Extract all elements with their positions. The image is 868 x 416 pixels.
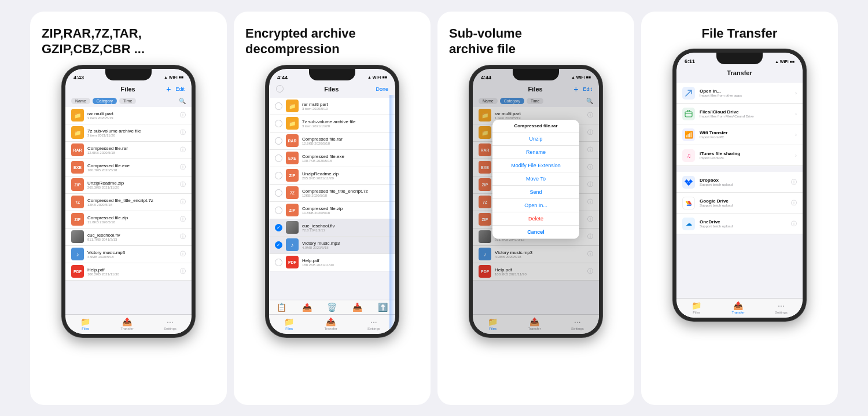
info-btn-3-rar[interactable]: ⓘ	[587, 146, 593, 154]
info-btn-zip2[interactable]: ⓘ	[180, 215, 186, 223]
file-item-2-exe[interactable]: EXE Compressed file.exe 100.7KB 2020/5/1…	[269, 150, 395, 167]
file-item-mp3[interactable]: ♪ Victory music.mp3 4.9MB 2020/5/18 ⓘ	[65, 246, 192, 263]
file-item-folder2[interactable]: 📁 7z sub-volume archive file 3 item 2021…	[65, 124, 192, 142]
checkbox-flv[interactable]: ✓	[275, 224, 282, 231]
info-btn-rar[interactable]: ⓘ	[180, 146, 186, 154]
info-btn-zip1[interactable]: ⓘ	[180, 181, 186, 189]
add-button-1[interactable]: +	[166, 84, 171, 94]
tab-category-3[interactable]: Category	[500, 98, 524, 104]
transfer-onedrive[interactable]: ☁ OneDrive Support batch upload ⓘ	[676, 213, 803, 234]
transfer-info-dropbox[interactable]: ⓘ	[791, 178, 797, 186]
context-send[interactable]: Send	[492, 186, 579, 199]
file-item-zip1[interactable]: ZIP UnzipReadme.zip 265.3KB 2021/11/20 ⓘ	[65, 176, 192, 194]
info-btn-3-pdf[interactable]: ⓘ	[587, 267, 593, 275]
tab-files-3[interactable]: 📁 Files	[488, 317, 498, 330]
context-rename[interactable]: Rename	[492, 146, 579, 159]
context-modify-ext[interactable]: Modify File Extension	[492, 159, 579, 172]
transfer-dropbox[interactable]: Dropbox Support batch upload ⓘ	[676, 172, 803, 193]
file-item-3-mp3[interactable]: ♪ Victory music.mp3 4.9MB 2020/5/18 ⓘ	[473, 246, 599, 263]
info-btn-exe[interactable]: ⓘ	[180, 163, 186, 171]
search-icon-1[interactable]: 🔍	[179, 98, 186, 104]
file-item-7z[interactable]: 7Z Compressed file_title_encript.7z 12KB…	[65, 194, 192, 211]
share-btn[interactable]: 📤	[302, 303, 312, 312]
context-unzip[interactable]: Unzip	[492, 132, 579, 146]
file-item-3-pdf[interactable]: PDF Help.pdf 108.2KB 2021/11/30 ⓘ	[473, 263, 599, 281]
info-btn-pdf[interactable]: ⓘ	[180, 267, 186, 275]
file-item-2-rar[interactable]: RAR Compressed file.rar 12.6KB 2020/5/18	[269, 132, 395, 150]
add-button-3[interactable]: +	[573, 84, 578, 94]
info-btn-3-1[interactable]: ⓘ	[587, 111, 593, 119]
delete-btn[interactable]: 🗑️	[327, 303, 337, 312]
checkbox-7z[interactable]	[275, 189, 282, 197]
checkbox-pdf[interactable]	[275, 259, 282, 266]
checkbox-folder2[interactable]	[275, 120, 282, 127]
transfer-info-onedrive[interactable]: ⓘ	[791, 220, 797, 228]
transfer-open-in[interactable]: Open In... Import files from other apps …	[676, 83, 803, 104]
done-button-2[interactable]: Done	[376, 86, 388, 92]
edit-button-1[interactable]: Edit	[175, 86, 185, 92]
tab-time-1[interactable]: Time	[119, 98, 136, 104]
transfer-files-icloud[interactable]: Files/iCloud Drive Import files from Fil…	[676, 104, 803, 124]
context-open-in[interactable]: Open In...	[492, 199, 579, 212]
tab-time-3[interactable]: Time	[527, 98, 543, 104]
tab-files-4[interactable]: 📁 Files	[692, 301, 701, 314]
select-all-checkbox[interactable]	[276, 85, 284, 93]
checkbox-rar[interactable]	[275, 137, 282, 145]
search-icon-3[interactable]: 🔍	[586, 98, 593, 104]
tab-files-2[interactable]: 📁 Files	[284, 317, 294, 330]
info-btn-3-exe[interactable]: ⓘ	[587, 163, 593, 171]
info-btn-3-2[interactable]: ⓘ	[587, 128, 593, 137]
tab-files-1[interactable]: 📁 Files	[80, 317, 90, 330]
file-item-2-folder1[interactable]: 📁 rar multi part 3 item 2020/5/19	[269, 98, 395, 115]
file-item-2-zip1[interactable]: ZIP UnzipReadme.zip 265.3KB 2021/11/20	[269, 167, 395, 185]
context-move-to[interactable]: Move To	[492, 172, 579, 186]
info-btn-3-zip1[interactable]: ⓘ	[587, 181, 593, 189]
download-btn[interactable]: 📥	[352, 303, 362, 312]
file-item-2-pdf[interactable]: PDF Help.pdf 188.2KB 2021/11/30	[269, 254, 395, 271]
tab-name-1[interactable]: Name	[71, 98, 90, 104]
info-btn-2[interactable]: ⓘ	[180, 128, 186, 137]
tab-transfer-1[interactable]: 📤 Transfer	[121, 317, 134, 330]
file-item-2-flv[interactable]: ✓ cuc_ieschool.flv 72.8 2041/3/13	[269, 219, 395, 237]
upload-btn[interactable]: ⬆️	[378, 303, 388, 312]
file-item-flv[interactable]: cuc_ieschool.flv 911.7KB 2041/3/13 ⓘ	[65, 229, 192, 246]
transfer-gdrive[interactable]: Google Drive Support batch upload ⓘ	[676, 193, 803, 213]
tab-transfer-2[interactable]: 📤 Transfer	[325, 317, 337, 330]
checkbox-zip1[interactable]	[275, 172, 282, 179]
info-btn-1[interactable]: ⓘ	[180, 111, 186, 119]
info-btn-3-7z[interactable]: ⓘ	[587, 198, 593, 206]
file-item-2-folder2[interactable]: 📁 7z sub-volume archive file 3 item 2021…	[269, 115, 395, 132]
checkbox-folder1[interactable]	[275, 102, 282, 110]
context-cancel[interactable]: Cancel	[492, 226, 579, 239]
file-item-pdf[interactable]: PDF Help.pdf 108.2KB 2021/11/30 ⓘ	[65, 263, 192, 281]
file-item-2-mp3[interactable]: ✓ ♪ Victory music.mp3 4.9MB 2020/5/18	[269, 237, 395, 254]
tab-transfer-3[interactable]: 📤 Transfer	[528, 317, 541, 330]
info-btn-3-flv[interactable]: ⓘ	[587, 233, 593, 241]
info-btn-7z[interactable]: ⓘ	[180, 198, 186, 206]
info-btn-flv[interactable]: ⓘ	[180, 233, 186, 241]
file-item-2-zip2[interactable]: ZIP Compressed file.zip 11.8KB 2020/5/18	[269, 202, 395, 219]
file-item-2-7z[interactable]: 7Z Compressed file_title_encript.7z 12KB…	[269, 185, 395, 202]
tab-settings-4[interactable]: ··· Settings	[775, 301, 788, 314]
tab-settings-3[interactable]: ··· Settings	[571, 317, 584, 330]
file-item-rar[interactable]: RAR Compressed file.rar 12.6KB 2020/5/18…	[65, 142, 192, 159]
context-delete[interactable]: Delete	[492, 212, 579, 226]
tab-name-3[interactable]: Name	[479, 98, 498, 104]
tab-category-1[interactable]: Category	[93, 98, 117, 104]
checkbox-mp3[interactable]: ✓	[275, 241, 282, 249]
file-item-zip2[interactable]: ZIP Compressed file.zip 11.8KB 2020/5/18…	[65, 211, 192, 229]
transfer-itunes[interactable]: ♫ iTunes file sharing Import From PC ›	[676, 145, 803, 166]
tab-settings-1[interactable]: ··· Settings	[164, 317, 176, 330]
tab-transfer-4[interactable]: 📤 Transfer	[732, 301, 745, 314]
edit-button-3[interactable]: Edit	[583, 86, 592, 92]
checkbox-exe[interactable]	[275, 154, 282, 162]
file-item-exe[interactable]: EXE Compressed file.exe 100.7KB 2020/5/1…	[65, 159, 192, 176]
copy-btn[interactable]: 📋	[277, 303, 286, 312]
info-btn-3-zip2[interactable]: ⓘ	[587, 215, 593, 223]
transfer-info-gdrive[interactable]: ⓘ	[791, 199, 797, 207]
info-btn-3-mp3[interactable]: ⓘ	[587, 250, 593, 258]
transfer-wifi[interactable]: 📶 Wifi Transfer Import From PC ›	[676, 124, 803, 145]
checkbox-zip2[interactable]	[275, 207, 282, 214]
file-item-folder1[interactable]: 📁 rar multi part 3 item 2020/5/19 ⓘ	[65, 107, 192, 124]
info-btn-mp3[interactable]: ⓘ	[180, 250, 186, 258]
